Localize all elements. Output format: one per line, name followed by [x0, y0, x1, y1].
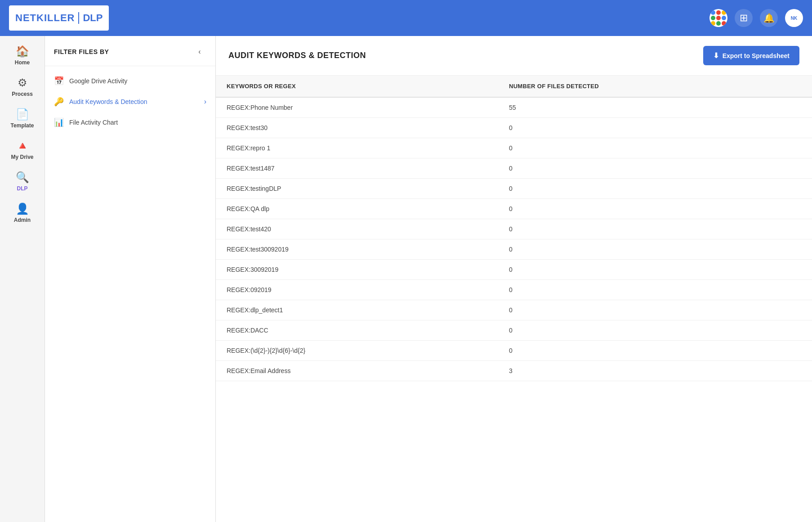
google-drive-activity-label: Google Drive Activity	[69, 77, 127, 85]
table-row: REGEX:(\d{2}-){2}\d{6}-\d{2} 0	[216, 341, 812, 361]
grid-icon[interactable]: ⊞	[735, 9, 753, 27]
table-row: REGEX:test420 0	[216, 219, 812, 239]
count-cell: 0	[498, 300, 812, 320]
filter-panel: FILTER FILES BY ‹ 📅 Google Drive Activit…	[45, 36, 216, 522]
count-cell: 3	[498, 361, 812, 381]
count-cell: 0	[498, 239, 812, 260]
col-header-keyword: KEYWORDS OR REGEX	[216, 76, 498, 97]
process-icon: ⚙	[18, 76, 27, 89]
template-icon: 📄	[16, 108, 29, 121]
keyword-cell: REGEX:dlp_detect1	[216, 300, 498, 320]
keyword-cell: REGEX:test1487	[216, 158, 498, 179]
table-row: REGEX:test30092019 0	[216, 239, 812, 260]
home-label: Home	[15, 59, 30, 66]
keyword-cell: REGEX:testingDLP	[216, 179, 498, 199]
chevron-right-icon: ›	[204, 98, 206, 106]
table-row: REGEX:testingDLP 0	[216, 179, 812, 199]
bell-icon[interactable]: 🔔	[760, 9, 778, 27]
dlp-icon: 🔍	[16, 171, 29, 184]
data-table: KEYWORDS OR REGEXNUMBER OF FILES DETECTE…	[216, 76, 812, 522]
count-cell: 0	[498, 320, 812, 341]
audit-keywords-label: Audit Keywords & Detection	[69, 98, 147, 105]
filter-header: FILTER FILES BY ‹	[45, 45, 215, 66]
file-activity-chart-label: File Activity Chart	[69, 119, 118, 126]
admin-label: Admin	[14, 217, 31, 223]
keyword-cell: REGEX:repro 1	[216, 138, 498, 158]
top-header: NETKILLER DLP ⊞ 🔔 NK	[0, 0, 812, 36]
count-cell: 0	[498, 219, 812, 239]
mydrive-label: My Drive	[11, 154, 33, 160]
sidebar-item-process[interactable]: ⚙ Process	[2, 72, 43, 102]
col-header-count: NUMBER OF FILES DETECTED	[498, 76, 812, 97]
table-body: REGEX:Phone Number 55 REGEX:test30 0 REG…	[216, 97, 812, 381]
count-cell: 0	[498, 138, 812, 158]
table-row: REGEX:30092019 0	[216, 260, 812, 280]
export-label: Export to Spreadsheet	[723, 52, 790, 59]
keywords-table: KEYWORDS OR REGEXNUMBER OF FILES DETECTE…	[216, 76, 812, 381]
google-drive-activity-icon: 📅	[54, 76, 64, 86]
file-activity-chart-icon: 📊	[54, 117, 64, 127]
keyword-cell: REGEX:test420	[216, 219, 498, 239]
keyword-cell: REGEX:092019	[216, 280, 498, 300]
collapse-button[interactable]: ‹	[193, 45, 206, 58]
logo-dlp: DLP	[78, 12, 103, 24]
avatar[interactable]: NK	[785, 9, 803, 27]
filter-menu: 📅 Google Drive Activity 🔑 Audit Keywords…	[45, 66, 215, 137]
count-cell: 0	[498, 158, 812, 179]
table-row: REGEX:repro 1 0	[216, 138, 812, 158]
count-cell: 0	[498, 260, 812, 280]
main-title: AUDIT KEYWORDS & DETECTION	[228, 51, 366, 60]
table-row: REGEX:QA dlp 0	[216, 199, 812, 219]
table-row: REGEX:092019 0	[216, 280, 812, 300]
audit-keywords-icon: 🔑	[54, 97, 64, 107]
template-label: Template	[11, 122, 34, 129]
content-area: FILTER FILES BY ‹ 📅 Google Drive Activit…	[45, 36, 812, 522]
count-cell: 0	[498, 179, 812, 199]
export-button[interactable]: ⬇ Export to Spreadsheet	[703, 46, 799, 65]
table-row: REGEX:test30 0	[216, 118, 812, 138]
logo-netkiller: NETKILLER	[15, 12, 75, 24]
table-row: REGEX:Phone Number 55	[216, 97, 812, 118]
main-content-header: AUDIT KEYWORDS & DETECTION ⬇ Export to S…	[216, 36, 812, 76]
keyword-cell: REGEX:Email Address	[216, 361, 498, 381]
sidebar-item-home[interactable]: 🏠 Home	[2, 40, 43, 70]
count-cell: 0	[498, 280, 812, 300]
filter-menu-item-file-activity-chart[interactable]: 📊 File Activity Chart	[45, 112, 215, 133]
table-row: REGEX:dlp_detect1 0	[216, 300, 812, 320]
table-row: REGEX:test1487 0	[216, 158, 812, 179]
keyword-cell: REGEX:Phone Number	[216, 97, 498, 118]
keyword-cell: REGEX:QA dlp	[216, 199, 498, 219]
count-cell: 0	[498, 199, 812, 219]
count-cell: 55	[498, 97, 812, 118]
logo-area: NETKILLER DLP	[9, 5, 109, 31]
dlp-label: DLP	[17, 185, 28, 192]
sidebar-item-template[interactable]: 📄 Template	[2, 104, 43, 133]
main-layout: 🏠 Home ⚙ Process 📄 Template 🔺 My Drive 🔍…	[0, 36, 812, 522]
filter-title: FILTER FILES BY	[54, 48, 109, 55]
sidebar-item-admin[interactable]: 👤 Admin	[2, 198, 43, 228]
keyword-cell: REGEX:test30092019	[216, 239, 498, 260]
process-label: Process	[12, 91, 33, 97]
table-header: KEYWORDS OR REGEXNUMBER OF FILES DETECTE…	[216, 76, 812, 97]
sidebar: 🏠 Home ⚙ Process 📄 Template 🔺 My Drive 🔍…	[0, 36, 45, 522]
export-icon: ⬇	[713, 51, 719, 60]
colorful-icon[interactable]	[709, 9, 727, 27]
table-row: REGEX:DACC 0	[216, 320, 812, 341]
sidebar-item-mydrive[interactable]: 🔺 My Drive	[2, 135, 43, 165]
header-icons: ⊞ 🔔 NK	[709, 9, 803, 27]
keyword-cell: REGEX:test30	[216, 118, 498, 138]
keyword-cell: REGEX:(\d{2}-){2}\d{6}-\d{2}	[216, 341, 498, 361]
keyword-cell: REGEX:DACC	[216, 320, 498, 341]
filter-menu-item-audit-keywords[interactable]: 🔑 Audit Keywords & Detection ›	[45, 91, 215, 112]
sidebar-item-dlp[interactable]: 🔍 DLP	[2, 166, 43, 196]
count-cell: 0	[498, 341, 812, 361]
count-cell: 0	[498, 118, 812, 138]
home-icon: 🏠	[16, 45, 29, 58]
mydrive-icon: 🔺	[16, 140, 29, 152]
table-row: REGEX:Email Address 3	[216, 361, 812, 381]
main-content: AUDIT KEYWORDS & DETECTION ⬇ Export to S…	[216, 36, 812, 522]
keyword-cell: REGEX:30092019	[216, 260, 498, 280]
admin-icon: 👤	[16, 202, 29, 215]
filter-menu-item-google-drive-activity[interactable]: 📅 Google Drive Activity	[45, 71, 215, 91]
